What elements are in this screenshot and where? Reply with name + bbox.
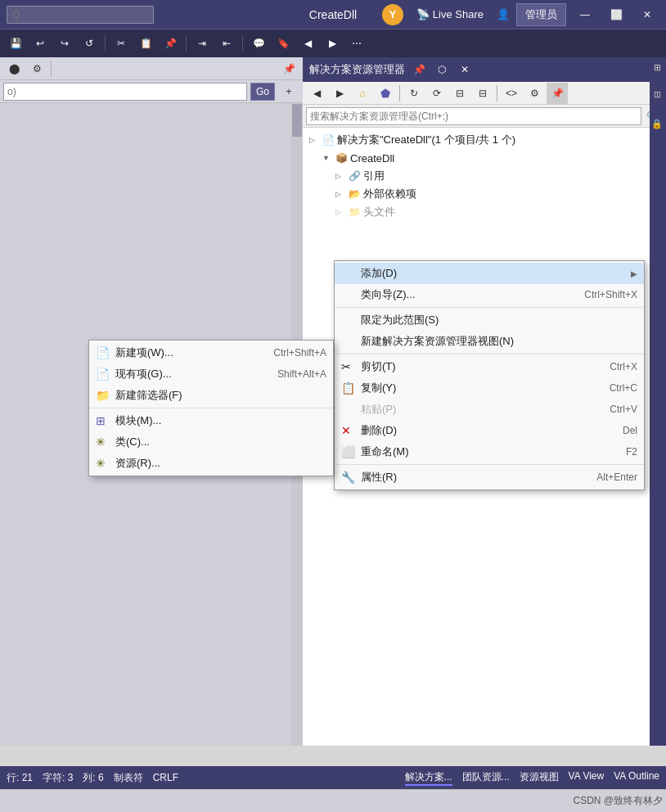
tree-arrow-solution: ▷ bbox=[309, 136, 322, 144]
se-tb-gear[interactable]: ⚙ bbox=[524, 83, 545, 104]
submenu-add-existing-item[interactable]: 📄 现有项(G)... Shift+Alt+A bbox=[89, 363, 333, 385]
admin-button[interactable]: 管理员 bbox=[516, 3, 566, 26]
title-search-box[interactable] bbox=[7, 6, 154, 24]
new-item-shortcut: Ctrl+Shift+A bbox=[273, 347, 326, 359]
se-tb-sep2 bbox=[497, 85, 497, 102]
status-right: 解决方案... 团队资源... 资源视图 VA View VA Outline bbox=[405, 770, 659, 786]
copy-label: 复制(Y) bbox=[361, 381, 596, 395]
status-va-outline-tab[interactable]: VA Outline bbox=[614, 770, 659, 786]
status-solution-tab[interactable]: 解决方案... bbox=[405, 770, 452, 786]
toolbar-indent-icon[interactable]: ⇥ bbox=[191, 33, 213, 54]
se-tb-vs[interactable]: ⬟ bbox=[375, 83, 396, 104]
se-tb-search[interactable]: ⊟ bbox=[449, 83, 470, 104]
se-tb-sync[interactable]: ⟳ bbox=[426, 83, 448, 104]
se-title: 解决方案资源管理器 bbox=[309, 62, 405, 77]
class-icon: ✳ bbox=[96, 435, 115, 449]
context-menu-item-class-wizard[interactable]: 类向导(Z)... Ctrl+Shift+X bbox=[335, 284, 644, 305]
toolbar-nav2-icon[interactable]: ▶ bbox=[322, 33, 343, 54]
toolbar-nav1-icon[interactable]: ◀ bbox=[297, 33, 318, 54]
live-share-button[interactable]: 📡 Live Share bbox=[410, 5, 490, 24]
existing-item-label: 现有项(G)... bbox=[115, 367, 264, 381]
context-menu-item-delete[interactable]: ✕ 删除(D) Del bbox=[335, 420, 644, 441]
go-button[interactable]: Go bbox=[250, 83, 275, 101]
maximize-button[interactable]: ⬜ bbox=[604, 7, 628, 23]
edge-tab-3[interactable]: 🔒 bbox=[653, 118, 664, 129]
se-tb-back[interactable]: ◀ bbox=[306, 83, 327, 104]
status-team-tab[interactable]: 团队资源... bbox=[462, 770, 510, 786]
toolbar-back-icon[interactable]: ↩ bbox=[29, 33, 51, 54]
toolbar-outdent-icon[interactable]: ⇤ bbox=[216, 33, 237, 54]
deps-label: 外部依赖项 bbox=[363, 187, 416, 201]
status-encoding: CRLF bbox=[153, 772, 178, 783]
left-nav-input[interactable] bbox=[3, 83, 247, 101]
context-menu-item-new-view[interactable]: 新建解决方案资源管理器视图(N) bbox=[335, 331, 644, 352]
edge-tab-2[interactable]: ⊟ bbox=[653, 91, 664, 98]
status-bar: 行: 21 字符: 3 列: 6 制表符 CRLF 解决方案... 团队资源..… bbox=[0, 766, 666, 789]
ref-icon: 🔗 bbox=[349, 170, 363, 182]
avatar[interactable]: Y bbox=[382, 4, 403, 25]
se-pin-btn[interactable]: 📌 bbox=[408, 59, 430, 80]
se-tb-refresh[interactable]: ↻ bbox=[403, 83, 425, 104]
left-add-icon[interactable]: + bbox=[278, 81, 299, 102]
delete-icon: ✕ bbox=[341, 424, 361, 437]
se-tb-code[interactable]: <> bbox=[501, 83, 522, 104]
title-left bbox=[7, 6, 154, 24]
rename-shortcut: F2 bbox=[626, 446, 637, 458]
se-unpin-btn[interactable]: ⬡ bbox=[431, 59, 452, 80]
se-tb-pin[interactable]: 📌 bbox=[547, 83, 568, 104]
tree-solution-node[interactable]: ▷ 📄 解决方案"CreateDll"(1 个项目/共 1 个) bbox=[303, 131, 666, 149]
status-va-view-tab[interactable]: VA View bbox=[569, 770, 605, 786]
headers-icon: 📁 bbox=[349, 206, 363, 218]
title-search-input[interactable] bbox=[12, 9, 148, 20]
close-button[interactable]: ✕ bbox=[635, 7, 659, 23]
toolbar-paste-icon[interactable]: 📌 bbox=[160, 33, 181, 54]
tree-deps-node[interactable]: ▷ 📂 外部依赖项 bbox=[303, 185, 666, 203]
toolbar-forward-icon[interactable]: ↪ bbox=[54, 33, 75, 54]
toolbar-cut-icon[interactable]: ✂ bbox=[110, 33, 132, 54]
context-menu-item-properties[interactable]: 🔧 属性(R) Alt+Enter bbox=[335, 467, 644, 488]
submenu-add-new-item[interactable]: 📄 新建项(W)... Ctrl+Shift+A bbox=[89, 342, 333, 363]
context-menu-item-scope[interactable]: 限定为此范围(S) bbox=[335, 309, 644, 331]
se-toolbar: ◀ ▶ ⌂ ⬟ ↻ ⟳ ⊟ ⊟ <> ⚙ 📌 bbox=[303, 82, 666, 105]
se-tb-home[interactable]: ⌂ bbox=[352, 83, 373, 104]
live-share-icon: 📡 bbox=[416, 8, 430, 20]
left-scrollbar-thumb[interactable] bbox=[292, 104, 302, 137]
tree-ref-node[interactable]: ▷ 🔗 引用 bbox=[303, 167, 666, 185]
minimize-button[interactable]: — bbox=[573, 7, 597, 23]
rename-icon: ⬜ bbox=[341, 445, 361, 458]
live-share-label: Live Share bbox=[433, 8, 484, 20]
edge-tab-1[interactable]: ⊞ bbox=[653, 64, 664, 71]
left-pin-icon[interactable]: 📌 bbox=[278, 58, 299, 79]
toolbar-more-icon[interactable]: ⋯ bbox=[346, 33, 367, 54]
toolbar-comment-icon[interactable]: 💬 bbox=[248, 33, 269, 54]
se-tb-filter[interactable]: ⊟ bbox=[472, 83, 493, 104]
toolbar-bookmark-icon[interactable]: 🔖 bbox=[272, 33, 294, 54]
deps-icon: 📂 bbox=[349, 188, 363, 200]
toolbar-copy-icon[interactable]: 📋 bbox=[135, 33, 156, 54]
se-close-btn[interactable]: ✕ bbox=[454, 59, 475, 80]
submenu-add-new-filter[interactable]: 📁 新建筛选器(F) bbox=[89, 385, 333, 406]
properties-icon: 🔧 bbox=[341, 471, 361, 484]
context-menu-item-cut[interactable]: ✂ 剪切(T) Ctrl+X bbox=[335, 356, 644, 377]
tree-headers-node[interactable]: ▷ 📁 头文件 bbox=[303, 203, 666, 221]
people-icon[interactable]: 👤 bbox=[497, 8, 510, 20]
toolbar-undo-icon[interactable]: ↺ bbox=[79, 33, 100, 54]
menu-sep1 bbox=[335, 307, 644, 308]
tree-project-node[interactable]: ▼ 📦 CreateDll bbox=[303, 149, 666, 167]
submenu-add-class[interactable]: ✳ 类(C)... bbox=[89, 431, 333, 453]
left-tb-sep bbox=[51, 61, 52, 77]
se-tb-forward[interactable]: ▶ bbox=[329, 83, 350, 104]
se-search-input[interactable] bbox=[306, 107, 641, 125]
left-tb-btn1[interactable]: ⬤ bbox=[3, 58, 25, 79]
submenu-add-resource[interactable]: ✳ 资源(R)... bbox=[89, 453, 333, 474]
status-resource-tab[interactable]: 资源视图 bbox=[520, 770, 559, 786]
toolbar-save-icon[interactable]: 💾 bbox=[5, 33, 26, 54]
existing-item-shortcut: Shift+Alt+A bbox=[277, 368, 326, 380]
context-menu-item-copy[interactable]: 📋 复制(Y) Ctrl+C bbox=[335, 377, 644, 399]
context-menu-item-add[interactable]: 添加(D) ▶ bbox=[335, 263, 644, 284]
left-tb-btn2[interactable]: ⚙ bbox=[26, 58, 47, 79]
context-menu-item-rename[interactable]: ⬜ 重命名(M) F2 bbox=[335, 441, 644, 462]
submenu-add-module[interactable]: ⊞ 模块(M)... bbox=[89, 410, 333, 431]
watermark: CSDN @致终有林夕 bbox=[573, 794, 663, 808]
submenu-sep bbox=[89, 408, 333, 408]
